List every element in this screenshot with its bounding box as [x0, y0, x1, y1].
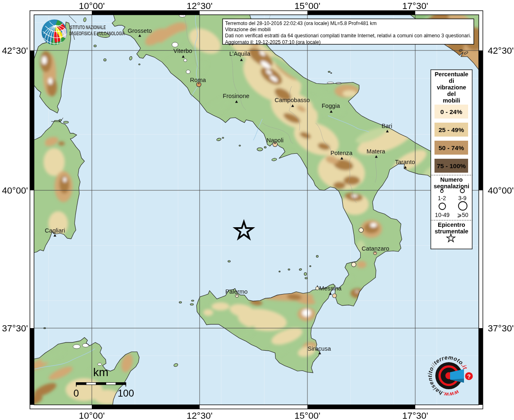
svg-text:10°00': 10°00' [79, 1, 105, 11]
svg-text:Frosinone: Frosinone [223, 93, 250, 99]
svg-text:17°30': 17°30' [402, 411, 428, 420]
svg-text:Vibrazione dei mobili: Vibrazione dei mobili [225, 27, 271, 32]
svg-text:mobili: mobili [443, 97, 460, 104]
svg-text:Numero: Numero [440, 176, 463, 183]
svg-text:3-9: 3-9 [458, 195, 466, 201]
svg-text:10-49: 10-49 [435, 212, 450, 218]
svg-text:Palermo: Palermo [225, 288, 248, 295]
svg-text:Bari: Bari [382, 123, 392, 129]
svg-text:km: km [93, 366, 108, 379]
svg-text:Cagliari: Cagliari [45, 227, 65, 234]
svg-text:vibrazione: vibrazione [437, 84, 466, 91]
svg-text:Dati non verificati estratti d: Dati non verificati estratti da 64 quest… [225, 33, 471, 39]
svg-text:Campobasso: Campobasso [275, 97, 310, 103]
svg-text:0 - 24%: 0 - 24% [440, 108, 462, 115]
svg-text:Catanzaro: Catanzaro [362, 245, 389, 252]
svg-text:50 - 74%: 50 - 74% [439, 144, 464, 151]
svg-text:75 - 100%: 75 - 100% [437, 162, 466, 169]
svg-text:di: di [449, 78, 454, 84]
svg-text:40°00': 40°00' [2, 185, 28, 196]
svg-text:Taranto: Taranto [395, 159, 415, 165]
svg-text:⩾50: ⩾50 [457, 212, 469, 218]
svg-text:0: 0 [73, 388, 79, 399]
svg-text:1-2: 1-2 [438, 195, 446, 201]
svg-text:42°30': 42°30' [2, 46, 28, 56]
svg-text:Matera: Matera [366, 148, 385, 155]
svg-text:Percentuale: Percentuale [434, 71, 468, 78]
svg-text:segnalazioni: segnalazioni [434, 183, 469, 189]
svg-text:Foggia: Foggia [322, 103, 341, 109]
svg-text:15°00': 15°00' [294, 1, 320, 11]
svg-text:10°00': 10°00' [79, 411, 105, 420]
svg-text:Roma: Roma [190, 77, 207, 83]
svg-text:17°30': 17°30' [402, 1, 428, 11]
svg-text:Potenza: Potenza [330, 150, 353, 156]
svg-text:100: 100 [118, 388, 134, 399]
svg-text:42°30': 42°30' [488, 46, 514, 56]
svg-text:15°00': 15°00' [294, 411, 320, 420]
svg-text:Aggiornato il: 19-12-2025 07:1: Aggiornato il: 19-12-2025 07:10 (ora loc… [225, 39, 321, 45]
svg-text:?: ? [467, 373, 471, 380]
svg-text:del: del [447, 91, 456, 97]
svg-text:Messina: Messina [319, 285, 342, 292]
svg-text:Siracusa: Siracusa [308, 345, 332, 352]
svg-text:L’Aquila: L’Aquila [229, 50, 250, 57]
svg-text:DI GEOFISICA E VULCANOLOGIA: DI GEOFISICA E VULCANOLOGIA [69, 31, 125, 37]
svg-text:12°30': 12°30' [186, 1, 212, 11]
svg-text:37°30': 37°30' [488, 323, 514, 333]
svg-text:12°30': 12°30' [186, 411, 212, 420]
svg-text:Napoli: Napoli [266, 137, 283, 144]
svg-text:Grosseto: Grosseto [127, 27, 152, 34]
svg-text:25 - 49%: 25 - 49% [439, 126, 464, 133]
svg-text:Epicentro: Epicentro [438, 221, 465, 228]
svg-text:strumentale: strumentale [434, 228, 468, 235]
svg-text:37°30': 37°30' [2, 323, 28, 333]
svg-text:40°00': 40°00' [488, 185, 514, 196]
svg-text:Viterbo: Viterbo [173, 48, 192, 54]
svg-text:ISTITUTO NAZIONALE: ISTITUTO NAZIONALE [69, 25, 106, 30]
svg-text:Terremoto del 28-10-2016 22:02: Terremoto del 28-10-2016 22:02:43 (ora l… [225, 21, 377, 26]
